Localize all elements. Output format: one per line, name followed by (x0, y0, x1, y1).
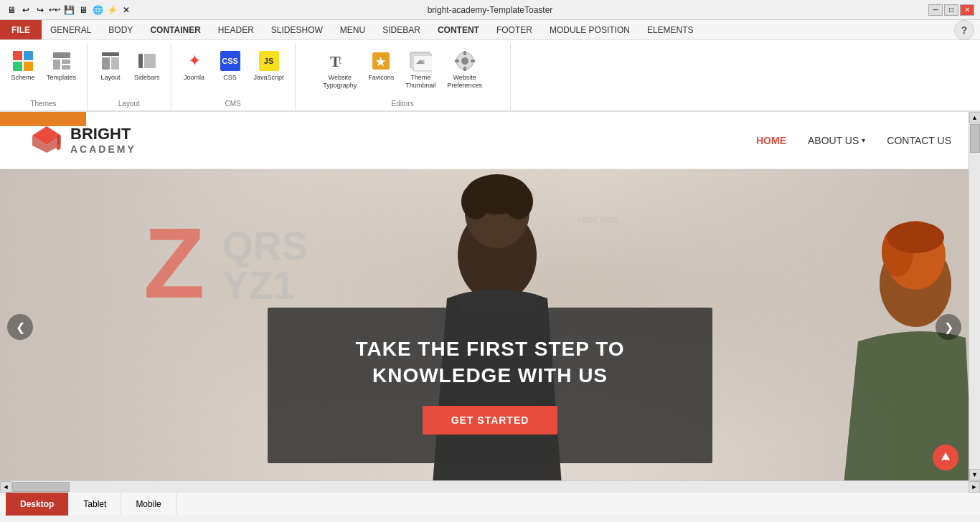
css-button[interactable]: CSS CSS (213, 46, 248, 85)
svg-rect-7 (138, 54, 143, 68)
menu-container[interactable]: CONTAINER (141, 20, 209, 39)
maximize-button[interactable]: □ (944, 4, 958, 16)
close-doc-icon[interactable]: ✕ (121, 4, 132, 16)
svg-rect-6 (111, 57, 119, 70)
svg-text:★: ★ (375, 56, 386, 68)
scheme-button[interactable]: Scheme (6, 46, 40, 85)
menu-slideshow[interactable]: SLIDESHOW (263, 20, 331, 39)
svg-text:FREE THINL: FREE THINL (578, 217, 621, 224)
window-title: bright-academy-TemplateToaster (428, 5, 553, 15)
website-header: BRIGHT ACADEMY HOME ABOUT US ▾ CONTACT U… (0, 112, 980, 169)
ribbon-group-editors: T t WebsiteTypography ★ Favicons (296, 43, 511, 110)
menu-elements[interactable]: ELEMENTS (639, 20, 702, 39)
css-icon: CSS (219, 49, 242, 72)
scheme-icon (11, 49, 34, 72)
scroll-right-arrow[interactable]: ► (969, 481, 980, 493)
theme-thumbnail-button[interactable]: ThemeThumbnail (400, 46, 440, 93)
menu-body[interactable]: BODY (100, 20, 141, 39)
svg-rect-4 (102, 52, 119, 56)
menu-content[interactable]: CONTENT (429, 20, 488, 39)
joomla-icon: ✦ (183, 49, 206, 72)
undo-all-icon[interactable]: ↩↩ (49, 4, 60, 16)
close-button[interactable]: ✕ (960, 4, 974, 16)
redo-icon[interactable]: ↪ (34, 4, 46, 16)
hero-section: Z QRSYZ1 FREE THINL FRAMES (0, 169, 980, 480)
thumbnail-icon (409, 49, 432, 72)
scroll-thumb[interactable] (970, 124, 980, 153)
menu-general[interactable]: GENERAL (42, 20, 100, 39)
layout-icon (99, 49, 122, 72)
nav-contact-us[interactable]: CONTACT US (887, 135, 951, 146)
scroll-down-arrow[interactable]: ▼ (969, 469, 981, 480)
tab-tablet[interactable]: Tablet (69, 493, 121, 516)
thumbnail-label: ThemeThumbnail (405, 74, 435, 90)
menu-footer[interactable]: FOOTER (488, 20, 541, 39)
sidebars-button[interactable]: Sidebars (129, 46, 165, 85)
logo-bright: BRIGHT (70, 125, 136, 143)
undo-icon[interactable]: ↩ (20, 4, 32, 16)
status-bar: Desktop Tablet Mobile (0, 492, 980, 515)
editors-group-label: Editors (392, 100, 414, 110)
logo-icon (29, 123, 65, 158)
ribbon: Scheme Templates Themes (0, 40, 980, 112)
themes-group-label: Themes (30, 100, 56, 110)
favicons-button[interactable]: ★ Favicons (363, 46, 399, 85)
help-button[interactable]: ? (954, 20, 974, 40)
javascript-button[interactable]: JS JavaScript (249, 46, 289, 85)
menu-menu[interactable]: MENU (331, 20, 374, 39)
favicons-label: Favicons (368, 74, 394, 82)
cms-group-label: CMS (225, 100, 240, 110)
cms-items: ✦ Joomla CSS CSS JS JavaScript (177, 43, 289, 98)
svg-rect-19 (463, 51, 466, 55)
templates-button[interactable]: Templates (42, 46, 81, 85)
svg-rect-21 (455, 60, 459, 62)
templates-label: Templates (47, 74, 76, 82)
menu-sidebar[interactable]: SIDEBAR (374, 20, 429, 39)
title-bar: 🖥 ↩ ↪ ↩↩ 💾 🖥 🌐 ⚡ ✕ bright-academy-Templa… (0, 0, 980, 20)
tab-desktop[interactable]: Desktop (6, 493, 69, 516)
svg-text:t: t (339, 55, 341, 66)
main-area: BRIGHT ACADEMY HOME ABOUT US ▾ CONTACT U… (0, 112, 980, 480)
scrollbar-right: ▲ ▼ (969, 112, 980, 480)
minimize-button[interactable]: ─ (928, 4, 943, 16)
carousel-right-button[interactable]: ❯ (936, 314, 961, 340)
svg-point-26 (57, 144, 61, 150)
nav-home[interactable]: HOME (756, 135, 786, 146)
hero-title: TAKE THE FIRST STEP TO KNOWLEDGE WITH US (303, 336, 677, 389)
scroll-left-arrow[interactable]: ◄ (0, 481, 11, 493)
globe-icon[interactable]: 🌐 (92, 4, 103, 16)
get-started-button[interactable]: GET STARTED (423, 406, 558, 435)
scroll-up-button[interactable] (933, 445, 958, 470)
tab-mobile[interactable]: Mobile (121, 493, 176, 516)
svg-rect-22 (471, 60, 475, 62)
website-typography-button[interactable]: T t WebsiteTypography (318, 46, 362, 93)
carousel-left-button[interactable]: ❮ (7, 314, 33, 340)
flash-icon[interactable]: ⚡ (106, 4, 118, 16)
joomla-button[interactable]: ✦ Joomla (177, 46, 212, 85)
ribbon-group-themes: Scheme Templates Themes (0, 43, 88, 110)
save-icon[interactable]: 💾 (63, 4, 75, 16)
svg-point-38 (461, 184, 490, 219)
favicons-icon: ★ (369, 49, 392, 72)
svg-rect-8 (144, 54, 156, 68)
menu-module-position[interactable]: MODULE POSITION (541, 20, 639, 39)
layout-label: Layout (101, 74, 121, 82)
file-menu[interactable]: FILE (0, 20, 42, 39)
monitor-icon[interactable]: 🖥 (77, 4, 89, 16)
menu-header[interactable]: HEADER (209, 20, 263, 39)
title-bar-left: 🖥 ↩ ↪ ↩↩ 💾 🖥 🌐 ⚡ ✕ (6, 4, 132, 16)
website-preferences-button[interactable]: WebsitePreferences (442, 46, 487, 93)
typography-label: WebsiteTypography (323, 74, 357, 90)
scroll-h-thumb[interactable] (12, 482, 70, 492)
svg-rect-2 (62, 60, 70, 64)
scroll-up-arrow[interactable]: ▲ (969, 112, 981, 123)
svg-rect-5 (102, 57, 110, 70)
js-icon: JS (258, 49, 281, 72)
svg-point-39 (504, 184, 533, 219)
nav-about-us[interactable]: ABOUT US ▾ (808, 135, 865, 146)
layout-button[interactable]: Layout (93, 46, 128, 85)
preferences-icon (453, 49, 476, 72)
themes-items: Scheme Templates (6, 43, 81, 98)
js-label: JavaScript (254, 74, 284, 82)
joomla-label: Joomla (184, 74, 204, 82)
